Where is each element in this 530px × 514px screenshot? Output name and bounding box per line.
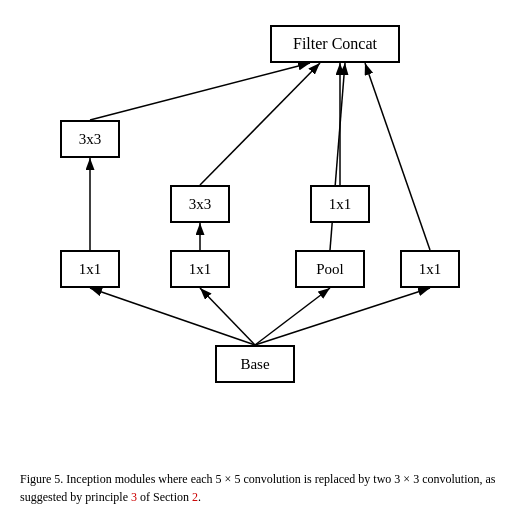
svg-line-2 bbox=[200, 288, 255, 345]
svg-line-3 bbox=[255, 288, 330, 345]
base-node: Base bbox=[215, 345, 295, 383]
diagram-container: Filter Concat 3x3 3x3 1x1 1x1 1x1 Pool 1… bbox=[0, 0, 530, 440]
svg-line-8 bbox=[200, 63, 320, 185]
left-1x1-node: 1x1 bbox=[60, 250, 120, 288]
filter-concat-node: Filter Concat bbox=[270, 25, 400, 63]
svg-line-4 bbox=[255, 288, 430, 345]
svg-line-11 bbox=[365, 63, 430, 250]
figure-caption: Figure 5. Inception modules where each 5… bbox=[20, 471, 510, 506]
right-1x1-node: 1x1 bbox=[310, 185, 370, 223]
top-3x3-node: 3x3 bbox=[60, 120, 120, 158]
far-right-1x1-node: 1x1 bbox=[400, 250, 460, 288]
math-5x5: 5 × 5 bbox=[216, 472, 241, 486]
mid-3x3-node: 3x3 bbox=[170, 185, 230, 223]
caption-text: Figure 5. Inception modules where each 5… bbox=[20, 472, 495, 503]
mid-1x1-node: 1x1 bbox=[170, 250, 230, 288]
math-3x3: 3 × 3 bbox=[394, 472, 419, 486]
svg-line-1 bbox=[90, 288, 255, 345]
svg-line-7 bbox=[90, 63, 310, 120]
pool-node: Pool bbox=[295, 250, 365, 288]
